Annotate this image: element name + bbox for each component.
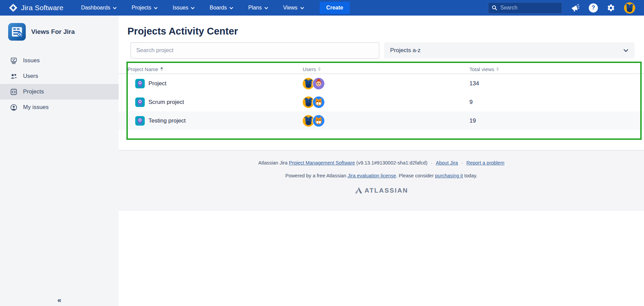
chevron-down-icon — [113, 5, 117, 11]
issues-icon — [10, 57, 17, 64]
project-name: Project — [148, 80, 166, 87]
nav-item-issues[interactable]: Issues — [173, 5, 195, 11]
total-views-value: 9 — [469, 99, 644, 106]
column-header-users[interactable]: Users — [303, 66, 469, 72]
footer-line-1: Atlassian Jira Project Management Softwa… — [119, 160, 644, 166]
jira-brand[interactable]: Jira Software — [9, 3, 63, 12]
user-avatar-bull — [303, 78, 314, 89]
project-avatar-icon — [135, 116, 145, 126]
project-avatar-icon — [135, 97, 145, 107]
sidebar-item-my-issues[interactable]: My issues — [0, 100, 119, 115]
chevron-down-icon — [623, 49, 628, 52]
user-avatar-person — [313, 78, 324, 89]
primary-nav: Dashboards Projects Issues Boards Plans … — [81, 5, 304, 11]
help-icon[interactable]: ? — [589, 3, 598, 13]
nav-item-projects[interactable]: Projects — [132, 5, 158, 11]
about-jira-link[interactable]: About Jira — [436, 160, 458, 166]
project-search-input[interactable] — [130, 42, 379, 59]
jira-evaluation-license-link[interactable]: Jira evaluation license — [348, 173, 396, 178]
column-header-total-views[interactable]: Total views — [469, 66, 644, 72]
project-management-software-link[interactable]: Project Management Software — [289, 160, 355, 166]
project-avatar-icon — [135, 79, 145, 88]
sidebar: Views For Jira Issues Users Projects My … — [0, 16, 119, 306]
user-avatar-cat — [313, 115, 324, 127]
sidebar-item-issues[interactable]: Issues — [0, 53, 119, 68]
chevron-down-icon — [154, 5, 158, 11]
sort-icon — [496, 67, 499, 71]
app-header: Views For Jira — [0, 16, 119, 41]
sidebar-item-projects[interactable]: Projects — [0, 84, 119, 100]
purchasing-it-link[interactable]: purchasing it — [435, 173, 463, 178]
nav-item-views[interactable]: Views — [283, 5, 304, 11]
brand-name: Jira Software — [21, 4, 63, 12]
sidebar-item-users[interactable]: Users — [0, 68, 119, 84]
global-search[interactable] — [488, 2, 562, 14]
user-avatar-bull — [303, 96, 314, 108]
megaphone-icon[interactable] — [571, 3, 580, 13]
users-icon — [10, 73, 17, 80]
chevron-down-icon — [264, 5, 268, 11]
controls-row: Projects a-z — [130, 42, 635, 59]
create-button[interactable]: Create — [320, 2, 350, 14]
my-issues-icon — [10, 104, 17, 111]
sort-icon — [160, 67, 163, 71]
search-icon — [492, 5, 497, 10]
projects-icon — [10, 88, 17, 95]
column-header-project-name[interactable]: Project Name — [127, 66, 303, 72]
table-row[interactable]: Project 134 — [119, 74, 644, 93]
project-name: Testing project — [148, 117, 186, 124]
atlassian-logo-text: ATLASSIAN — [365, 187, 408, 194]
version-text: (v9.13.1#9130002-sha1:d2fafcd) — [355, 160, 427, 166]
atlassian-logo: ATLASSIAN — [355, 187, 408, 195]
views-for-jira-app-icon — [8, 23, 26, 41]
project-name: Scrum project — [148, 99, 184, 106]
user-avatar-cat — [313, 96, 324, 108]
jira-logo-icon — [9, 3, 18, 12]
app-name: Views For Jira — [31, 28, 75, 36]
sort-icon — [318, 67, 321, 71]
nav-item-boards[interactable]: Boards — [209, 5, 233, 11]
global-search-input[interactable] — [500, 5, 555, 11]
total-views-value: 134 — [469, 80, 644, 87]
footer: Atlassian Jira Project Management Softwa… — [119, 150, 644, 211]
navbar-right: ? — [488, 2, 635, 14]
report-a-problem-link[interactable]: Report a problem — [466, 160, 504, 166]
sidebar-menu: Issues Users Projects My issues — [0, 53, 119, 115]
chevron-down-icon — [191, 5, 195, 11]
table-row[interactable]: Testing project 19 — [119, 111, 644, 130]
top-navbar: Jira Software Dashboards Projects Issues… — [0, 0, 644, 16]
nav-item-dashboards[interactable]: Dashboards — [81, 5, 117, 11]
user-avatar-bull[interactable] — [624, 2, 635, 14]
sidebar-collapse-button[interactable]: « — [0, 296, 119, 304]
table-row[interactable]: Scrum project 9 — [119, 93, 644, 111]
total-views-value: 19 — [469, 117, 644, 124]
chevron-down-icon — [300, 5, 304, 11]
user-avatar-bull — [303, 115, 314, 127]
sort-dropdown[interactable]: Projects a-z — [384, 42, 635, 59]
main-content: Projects Activity Center Projects a-z Pr… — [119, 16, 644, 306]
footer-line-2: Powered by a free Atlassian Jira evaluat… — [119, 173, 644, 178]
nav-item-plans[interactable]: Plans — [248, 5, 268, 11]
chevron-down-icon — [229, 5, 233, 11]
table-header: Project Name Users Total views — [119, 65, 644, 74]
page-title: Projects Activity Center — [127, 26, 644, 37]
sort-dropdown-value: Projects a-z — [390, 47, 421, 54]
gear-icon[interactable] — [607, 4, 615, 12]
